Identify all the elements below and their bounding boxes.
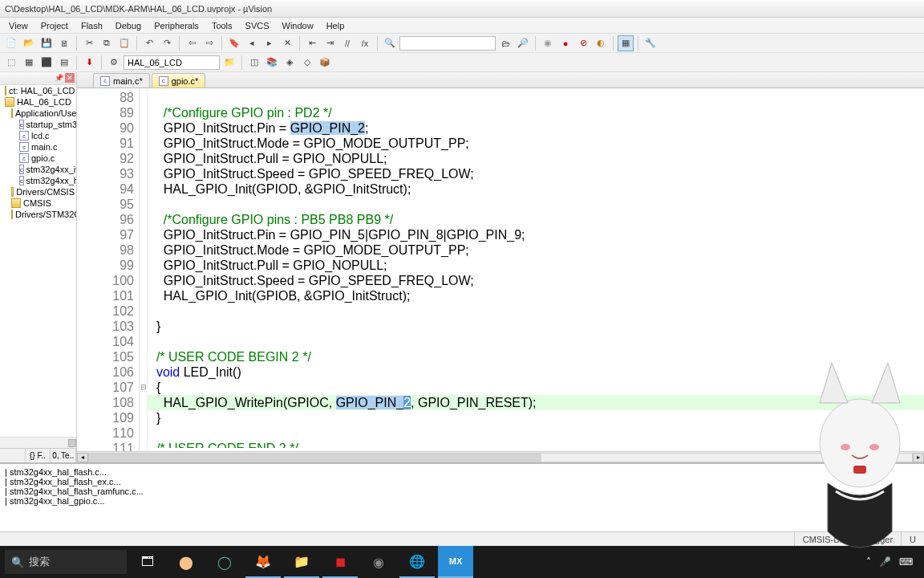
scroll-right-icon[interactable]: ▸ <box>913 453 924 462</box>
save-icon[interactable]: 💾 <box>38 35 55 51</box>
tree-item[interactable]: cstartup_stm32g <box>0 119 76 130</box>
copy-icon[interactable]: ⧉ <box>99 35 115 51</box>
code-line[interactable]: /*Configure GPIO pin : PD2 */ <box>149 105 924 120</box>
code-line[interactable] <box>149 334 924 349</box>
tree-item[interactable]: cgpio.c <box>0 153 76 164</box>
editor-tab[interactable]: cgpio.c* <box>152 73 206 88</box>
code-line[interactable]: /* USER CODE END 2 */ <box>149 441 924 448</box>
sidebar-hscroll[interactable] <box>0 437 76 448</box>
menu-project[interactable]: Project <box>35 19 74 32</box>
taskbar-firefox-icon[interactable]: 🦊 <box>245 546 281 578</box>
code-line[interactable] <box>149 425 924 441</box>
code-editor[interactable]: 8889909192939495969798991001011021031041… <box>77 88 924 451</box>
books-icon[interactable]: 📚 <box>264 55 280 71</box>
sidebar-tab[interactable]: {} F.. <box>26 449 51 462</box>
indent-right-icon[interactable]: ⇥ <box>322 35 338 51</box>
scroll-left-icon[interactable]: ◂ <box>77 453 88 462</box>
tray-mic-icon[interactable]: 🎤 <box>879 556 891 568</box>
code-line[interactable]: } <box>149 410 924 425</box>
menu-peripherals[interactable]: Peripherals <box>148 19 205 32</box>
code-line[interactable]: /*Configure GPIO pins : PB5 PB8 PB9 */ <box>149 212 924 227</box>
sidebar-tab[interactable]: 0, Te.. <box>51 449 76 462</box>
nav-fwd-icon[interactable]: ⇨ <box>201 35 217 51</box>
build-output-panel[interactable]: | stm32g4xx_hal_flash.c...| stm32g4xx_ha… <box>0 462 924 531</box>
taskbar-app-dark[interactable]: ◉ <box>361 546 396 578</box>
open-icon[interactable]: 📂 <box>21 35 37 51</box>
window-layout-icon[interactable]: ▦ <box>618 35 634 51</box>
tree-item[interactable]: cmain.c <box>0 141 76 153</box>
cut-icon[interactable]: ✂ <box>81 35 97 51</box>
editor-hscroll[interactable]: ◂ ▸ <box>77 451 924 462</box>
nav-back-icon[interactable]: ⇦ <box>184 35 200 51</box>
comment-icon[interactable]: // <box>339 35 355 51</box>
menu-view[interactable]: View <box>3 19 34 32</box>
tree-item[interactable]: Drivers/STM32G4xx <box>0 209 76 220</box>
menu-window[interactable]: Window <box>277 19 319 32</box>
redo-icon[interactable]: ↷ <box>159 35 175 51</box>
tree-item[interactable]: ct: HAL_06_LCD <box>0 85 76 96</box>
code-line[interactable]: HAL_GPIO_Init(GPIOB, &GPIO_InitStruct); <box>149 288 924 303</box>
tray-chevron-icon[interactable]: ˄ <box>866 556 871 568</box>
menu-flash[interactable]: Flash <box>75 19 108 32</box>
taskbar-cubemx-icon[interactable]: MX <box>438 546 473 578</box>
paste-icon[interactable]: 📋 <box>116 35 132 51</box>
rebuild-icon[interactable]: ⬛ <box>38 55 55 71</box>
manage-rte-icon[interactable]: ◈ <box>282 55 298 71</box>
menu-debug[interactable]: Debug <box>110 19 147 32</box>
code-line[interactable] <box>149 303 924 319</box>
uncomment-icon[interactable]: /x <box>357 35 373 51</box>
close-icon[interactable]: ✕ <box>65 73 75 83</box>
tree-item[interactable]: CMSIS <box>0 197 76 209</box>
target-select-dropdown[interactable]: HAL_06_LCD <box>124 55 220 70</box>
tree-item[interactable]: cstm32g4xx_hal_ <box>0 175 76 186</box>
taskbar-search[interactable]: 🔍 搜索 <box>5 550 127 574</box>
pin-icon[interactable]: 📌 <box>54 73 63 83</box>
select-packs-icon[interactable]: ◇ <box>299 55 315 71</box>
find-dropdown[interactable] <box>399 36 496 51</box>
code-line[interactable]: GPIO_InitStruct.Pin = GPIO_PIN_5|GPIO_PI… <box>149 227 924 242</box>
code-line[interactable]: } <box>149 319 924 334</box>
taskbar-cortana-icon[interactable]: ◯ <box>207 546 242 578</box>
target-options-icon[interactable]: ⚙ <box>106 55 122 71</box>
code-line[interactable]: GPIO_InitStruct.Speed = GPIO_SPEED_FREQ_… <box>149 166 924 181</box>
save-all-icon[interactable]: 🗎 <box>56 35 72 51</box>
code-line[interactable]: { <box>149 380 924 395</box>
tree-item[interactable]: clcd.c <box>0 130 76 141</box>
code-line[interactable]: GPIO_InitStruct.Mode = GPIO_MODE_OUTPUT_… <box>149 242 924 258</box>
menu-help[interactable]: Help <box>321 19 351 32</box>
bookmark-next-icon[interactable]: ▸ <box>261 35 278 51</box>
batch-build-icon[interactable]: ▤ <box>56 55 72 71</box>
disable-breakpoint-icon[interactable]: ◐ <box>593 35 609 51</box>
debug-start-icon[interactable]: ◉ <box>540 35 556 51</box>
tree-item[interactable]: cstm32g4xx_it.c <box>0 164 76 175</box>
code-line[interactable] <box>149 197 924 212</box>
taskbar-edge-icon[interactable]: 🌐 <box>399 546 435 578</box>
taskbar-app-1[interactable]: 🗔 <box>130 546 165 578</box>
code-line[interactable]: void LED_Init() <box>149 364 924 380</box>
code-line[interactable]: GPIO_InitStruct.Speed = GPIO_SPEED_FREQ_… <box>149 273 924 288</box>
code-line[interactable]: GPIO_InitStruct.Pin = GPIO_PIN_2; <box>149 120 924 136</box>
download-icon[interactable]: ⬇ <box>81 55 97 71</box>
undo-icon[interactable]: ↶ <box>141 35 157 51</box>
manage-project-icon[interactable]: 📁 <box>221 55 237 71</box>
new-file-icon[interactable]: 📄 <box>3 35 19 51</box>
tree-item[interactable]: Drivers/CMSIS <box>0 186 76 197</box>
find-icon[interactable]: 🔍 <box>382 35 398 51</box>
tree-item[interactable]: HAL_06_LCD <box>0 96 76 108</box>
code-line[interactable]: HAL_GPIO_Init(GPIOD, &GPIO_InitStruct); <box>149 181 924 197</box>
editor-tab[interactable]: cmain.c* <box>93 73 150 88</box>
find-in-files-icon[interactable]: 🗁 <box>497 35 513 51</box>
indent-left-icon[interactable]: ⇤ <box>304 35 320 51</box>
tree-item[interactable]: Application/User <box>0 108 76 119</box>
code-line[interactable]: GPIO_InitStruct.Mode = GPIO_MODE_OUTPUT_… <box>149 136 924 151</box>
code-line[interactable]: GPIO_InitStruct.Pull = GPIO_NOPULL; <box>149 151 924 166</box>
project-tree[interactable]: ct: HAL_06_LCDHAL_06_LCDApplication/User… <box>0 85 76 448</box>
insert-breakpoint-icon[interactable]: ● <box>557 35 573 51</box>
code-line[interactable]: /* USER CODE BEGIN 2 */ <box>149 349 924 364</box>
bookmark-clear-icon[interactable]: ✕ <box>279 35 295 51</box>
code-body[interactable]: /*Configure GPIO pin : PD2 */ GPIO_InitS… <box>148 88 924 451</box>
code-line[interactable] <box>149 90 924 105</box>
file-ext-icon[interactable]: ◫ <box>246 55 262 71</box>
menu-tools[interactable]: Tools <box>206 19 238 32</box>
fold-column[interactable]: ⊟ <box>140 88 148 451</box>
